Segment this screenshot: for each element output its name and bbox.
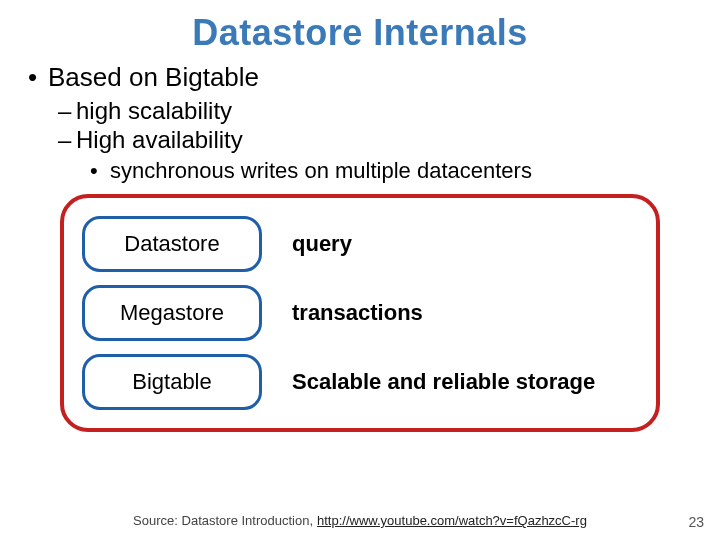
source-link[interactable]: http://www.youtube.com/watch?v=fQazhzcC-… (317, 513, 587, 528)
page-title: Datastore Internals (0, 12, 720, 54)
bullet-text: high scalability (76, 97, 232, 125)
bullet-dot-icon: • (28, 62, 48, 93)
bullet-level3: • synchronous writes on multiple datacen… (20, 158, 700, 184)
bullet-level1: • Based on Bigtable (20, 62, 700, 93)
bullet-dash-icon: – (58, 126, 76, 154)
diagram-row: Megastore transactions (82, 283, 638, 343)
bullet-text: High availability (76, 126, 243, 154)
bullet-dash-icon: – (58, 97, 76, 125)
layer-pill: Bigtable (82, 354, 262, 410)
layer-desc: Scalable and reliable storage (292, 369, 595, 395)
source-prefix: Source: Datastore Introduction, (133, 513, 313, 528)
layer-desc: transactions (292, 300, 423, 326)
layer-pill: Megastore (82, 285, 262, 341)
diagram-row: Datastore query (82, 214, 638, 274)
bullet-text: synchronous writes on multiple datacente… (110, 158, 532, 184)
bullet-level2: – High availability (20, 126, 700, 154)
diagram-row: Bigtable Scalable and reliable storage (82, 352, 638, 412)
bullet-dot-icon: • (90, 158, 110, 184)
bullet-level2: – high scalability (20, 97, 700, 125)
footer-source: Source: Datastore Introduction, http://w… (0, 513, 720, 528)
bullet-list: • Based on Bigtable – high scalability –… (20, 62, 700, 184)
layer-pill: Datastore (82, 216, 262, 272)
architecture-diagram: Datastore query Megastore transactions B… (60, 194, 660, 432)
page-number: 23 (688, 514, 704, 530)
layer-desc: query (292, 231, 352, 257)
bullet-text: Based on Bigtable (48, 62, 259, 93)
